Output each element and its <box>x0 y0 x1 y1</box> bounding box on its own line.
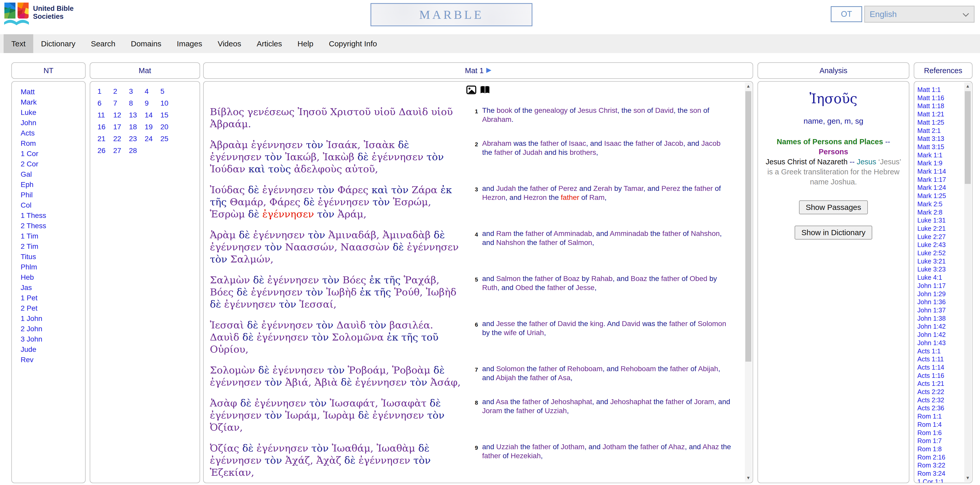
greek-word-segment[interactable]: δὲ <box>210 298 224 310</box>
english-word-segment[interactable]: , <box>596 148 598 156</box>
chapter-link[interactable]: 12 <box>113 111 129 123</box>
reference-link[interactable]: Matt 1:1 <box>917 86 972 94</box>
greek-word-segment[interactable]: δὲ <box>253 274 267 286</box>
reference-link[interactable]: Luke 3:21 <box>917 257 972 266</box>
english-word-segment[interactable]: of <box>550 184 558 192</box>
english-word-segment[interactable]: the <box>654 398 666 406</box>
show-passages-button[interactable]: Show Passages <box>799 200 868 214</box>
english-word-segment[interactable]: son <box>633 106 647 114</box>
book-link[interactable]: 2 John <box>21 324 85 334</box>
references-scrollbar[interactable]: ▲ ▼ <box>964 82 971 482</box>
greek-word-segment[interactable]: ἐγέννησεν <box>224 298 279 310</box>
greek-word-segment[interactable]: Ῥούθ, Ἰωβὴδ <box>394 287 457 298</box>
ubs-logo[interactable]: United Bible Societies <box>3 2 74 29</box>
english-word-segment[interactable]: Jehoshaphat <box>551 398 592 406</box>
english-word-segment[interactable]: , and <box>603 365 620 373</box>
reference-link[interactable]: Acts 2:36 <box>917 404 972 412</box>
greek-word-segment[interactable]: Βίβλος γενέσεως Ἰησοῦ Χριστοῦ υἱοῦ Δαυὶδ… <box>210 106 453 130</box>
chapter-link[interactable]: 10 <box>161 99 176 111</box>
reference-link[interactable]: Mark 1:17 <box>917 176 972 184</box>
greek-word-segment[interactable]: δὲ <box>430 398 441 409</box>
greek-word-segment[interactable]: ἐκ τῆς <box>369 274 404 286</box>
english-word-segment[interactable]: Jesse <box>576 284 595 292</box>
reference-link[interactable]: 1 Cor 1:1 <box>917 478 972 483</box>
chapter-link[interactable]: 3 <box>129 87 145 99</box>
reference-link[interactable]: Matt 1:16 <box>917 94 972 102</box>
english-word-segment[interactable]: , the <box>674 106 690 114</box>
chapter-link[interactable]: 20 <box>161 123 176 135</box>
english-word-segment[interactable]: Ram <box>589 193 605 201</box>
nav-tab-images[interactable]: Images <box>169 34 210 53</box>
english-word-segment[interactable]: Abijah <box>698 365 718 373</box>
greek-word-segment[interactable]: ἐγέννησεν <box>210 455 265 466</box>
reference-link[interactable]: Rom 3:22 <box>917 461 972 469</box>
greek-word-segment[interactable]: τὸν <box>265 455 285 466</box>
greek-word-segment[interactable]: δὲ <box>398 139 409 151</box>
reference-link[interactable]: Rom 1:6 <box>917 429 972 437</box>
main-scrollbar-thumb[interactable] <box>745 91 751 361</box>
english-word-segment[interactable]: father <box>532 443 553 451</box>
chapter-link[interactable]: 6 <box>97 99 113 111</box>
greek-word-segment[interactable]: Ῥοβοάμ, Ῥοβοὰμ <box>348 365 433 376</box>
greek-word-segment[interactable]: Ἰεσσαὶ <box>210 319 247 331</box>
english-word-segment[interactable]: father <box>494 148 515 156</box>
english-word-segment[interactable]: , and <box>584 443 603 451</box>
chapter-link[interactable]: 15 <box>161 111 176 123</box>
reference-link[interactable]: Matt 3:13 <box>917 135 972 143</box>
english-word-segment[interactable]: Salmon <box>496 274 523 282</box>
english-word-segment[interactable]: and his <box>544 148 570 156</box>
greek-word-segment[interactable]: τὸν <box>265 409 285 421</box>
book-link[interactable]: 1 Tim <box>21 231 85 241</box>
greek-word-segment[interactable]: ἐγέννησεν <box>255 398 309 409</box>
greek-word-segment[interactable]: τὸν <box>317 208 337 220</box>
greek-word-segment[interactable]: Σαλμών, <box>230 254 273 265</box>
nav-tab-domains[interactable]: Domains <box>123 34 169 53</box>
greek-word-segment[interactable]: τὸν <box>312 331 332 343</box>
book-link[interactable]: 2 Thess <box>21 221 85 231</box>
scroll-up-icon[interactable]: ▲ <box>964 82 971 90</box>
greek-word-segment[interactable]: Ἀβιά, Ἀβιὰ <box>285 377 341 388</box>
greek-word-segment[interactable]: τὸν <box>265 151 285 163</box>
reference-link[interactable]: Rom 1:8 <box>917 445 972 453</box>
greek-word-segment[interactable]: Οὐρίου, <box>210 344 248 355</box>
greek-word-segment[interactable]: Ἀβραὰμ ἐγέννησεν <box>210 139 306 151</box>
english-word-segment[interactable]: father <box>482 452 503 460</box>
greek-word-segment[interactable]: Ἰωαθάμ, Ἰωαθὰμ <box>332 442 418 454</box>
scroll-up-icon[interactable]: ▲ <box>745 82 752 90</box>
greek-word-segment[interactable]: δὲ <box>434 229 445 241</box>
english-word-segment[interactable]: father <box>539 238 560 247</box>
greek-word-segment[interactable]: Θαμάρ, Φάρες <box>230 196 304 208</box>
english-word-segment[interactable]: Tamar <box>624 184 643 192</box>
english-word-segment[interactable]: Isaac <box>604 139 624 147</box>
reference-link[interactable]: Matt 2:1 <box>917 127 972 135</box>
english-word-segment[interactable]: of <box>550 374 558 382</box>
greek-word-segment[interactable]: τὸν <box>306 139 326 151</box>
nav-tab-search[interactable]: Search <box>83 34 123 53</box>
english-word-segment[interactable]: Ram <box>496 230 514 238</box>
english-word-segment[interactable]: the <box>649 274 661 282</box>
greek-word-segment[interactable]: δὲ <box>258 365 272 376</box>
reference-link[interactable]: Mark 1:25 <box>917 192 972 200</box>
english-word-segment[interactable]: the <box>658 365 670 373</box>
chapter-link[interactable]: 18 <box>129 123 145 135</box>
scroll-down-icon[interactable]: ▼ <box>745 474 752 482</box>
greek-word-segment[interactable]: τὸν <box>328 365 348 376</box>
english-word-segment[interactable]: brothers <box>570 148 596 156</box>
reference-link[interactable]: Luke 4:1 <box>917 274 972 282</box>
english-word-segment[interactable]: , and <box>592 398 610 406</box>
english-word-segment[interactable]: of <box>561 139 569 147</box>
book-link[interactable]: John <box>21 118 85 128</box>
english-word-segment[interactable]: David <box>622 320 642 328</box>
english-word-segment[interactable]: , and <box>685 443 703 451</box>
english-word-segment[interactable]: the <box>527 365 539 373</box>
english-word-segment[interactable]: Obed <box>515 284 535 292</box>
english-word-segment[interactable]: Jesus Christ <box>578 106 617 114</box>
english-word-segment[interactable]: of <box>715 184 721 192</box>
greek-word-segment[interactable]: δὲ <box>242 442 256 454</box>
english-word-segment[interactable]: Abraham <box>482 116 512 124</box>
book-link[interactable]: 2 Pet <box>21 303 85 314</box>
reference-link[interactable]: John 1:29 <box>917 290 972 298</box>
reference-link[interactable]: Luke 2:21 <box>917 225 972 233</box>
chapter-link[interactable]: 19 <box>145 123 161 135</box>
greek-word-segment[interactable]: τὸν <box>413 455 431 466</box>
